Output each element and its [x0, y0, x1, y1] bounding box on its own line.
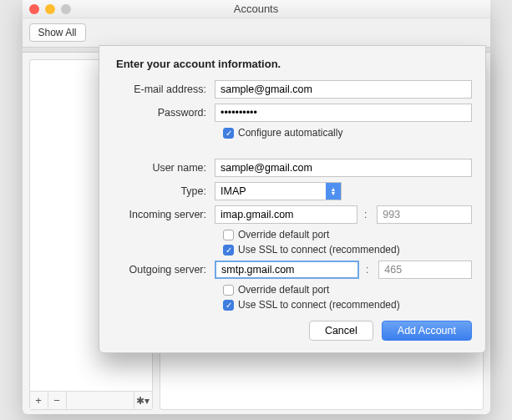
- outgoing-server-field[interactable]: [215, 261, 359, 279]
- email-label: E-mail address:: [116, 83, 215, 95]
- configure-automatically-checkbox[interactable]: [223, 128, 234, 139]
- account-setup-sheet: Enter your account information. E-mail a…: [99, 45, 486, 353]
- titlebar: Accounts: [23, 0, 490, 18]
- add-account-button[interactable]: +: [30, 392, 48, 410]
- incoming-server-field[interactable]: [215, 205, 357, 224]
- outgoing-override-port-checkbox[interactable]: [223, 285, 234, 296]
- incoming-override-port-checkbox[interactable]: [223, 230, 234, 240]
- outgoing-override-port-label: Override default port: [238, 284, 329, 296]
- incoming-ssl-label: Use SSL to connect (recommended): [238, 244, 400, 256]
- port-separator-2: :: [366, 264, 368, 276]
- sheet-heading: Enter your account information.: [116, 58, 472, 70]
- sidebar-footer: + − ✱▾: [30, 391, 152, 409]
- toolbar: Show All: [23, 18, 490, 48]
- password-field[interactable]: [215, 104, 472, 122]
- incoming-server-label: Incoming server:: [116, 209, 215, 220]
- incoming-override-port-label: Override default port: [238, 229, 329, 240]
- close-window-icon[interactable]: [29, 4, 39, 14]
- incoming-ssl-checkbox[interactable]: [223, 245, 234, 256]
- select-arrows-icon: ▲▼: [326, 183, 341, 200]
- type-value: IMAP: [221, 185, 246, 197]
- username-field[interactable]: [215, 159, 472, 177]
- type-select[interactable]: IMAP ▲▼: [215, 182, 342, 200]
- cancel-button[interactable]: Cancel: [309, 321, 373, 341]
- password-label: Password:: [116, 107, 215, 119]
- type-label: Type:: [116, 185, 215, 197]
- traffic-lights: [29, 4, 71, 14]
- outgoing-ssl-label: Use SSL to connect (recommended): [238, 299, 400, 311]
- incoming-port-field[interactable]: [377, 205, 472, 224]
- show-all-button[interactable]: Show All: [29, 23, 86, 42]
- port-separator: :: [364, 209, 367, 220]
- username-label: User name:: [116, 162, 215, 174]
- account-actions-button[interactable]: ✱▾: [134, 392, 152, 410]
- zoom-window-icon[interactable]: [61, 4, 71, 14]
- minimize-window-icon[interactable]: [45, 4, 55, 14]
- email-field[interactable]: [215, 80, 472, 99]
- outgoing-ssl-checkbox[interactable]: [223, 300, 234, 311]
- remove-account-button[interactable]: −: [48, 392, 67, 410]
- configure-automatically-label: Configure automatically: [238, 127, 342, 139]
- outgoing-port-field[interactable]: [378, 261, 472, 279]
- add-account-button-primary[interactable]: Add Account: [382, 321, 472, 341]
- outgoing-server-label: Outgoing server:: [116, 264, 215, 276]
- window-title: Accounts: [234, 3, 278, 15]
